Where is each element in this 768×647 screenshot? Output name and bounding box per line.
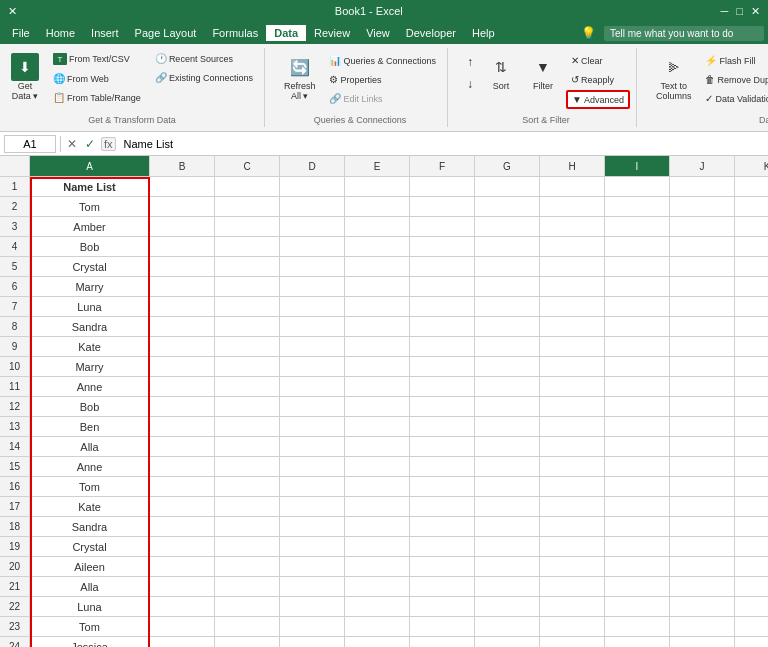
row-header-2[interactable]: 2 [0,197,30,217]
list-item[interactable] [670,437,735,457]
formula-cancel-icon[interactable]: ✕ [65,137,79,151]
list-item[interactable] [280,417,345,437]
list-item[interactable]: Luna [30,297,150,317]
list-item[interactable] [215,557,280,577]
list-item[interactable] [280,377,345,397]
list-item[interactable] [410,357,475,377]
clear-button[interactable]: ✕ Clear [566,52,630,69]
minimize-btn[interactable]: ─ [721,5,729,18]
list-item[interactable] [215,477,280,497]
list-item[interactable] [280,437,345,457]
list-item[interactable] [215,417,280,437]
list-item[interactable] [410,497,475,517]
list-item[interactable] [280,277,345,297]
row-header-23[interactable]: 23 [0,617,30,637]
list-item[interactable] [605,617,670,637]
list-item[interactable] [410,377,475,397]
list-item[interactable] [150,377,215,397]
list-item[interactable] [475,177,540,197]
list-item[interactable]: Alla [30,437,150,457]
list-item[interactable] [475,377,540,397]
list-item[interactable] [280,517,345,537]
list-item[interactable] [475,197,540,217]
col-header-e[interactable]: E [345,156,410,176]
list-item[interactable] [345,517,410,537]
list-item[interactable]: Tom [30,197,150,217]
list-item[interactable] [670,477,735,497]
list-item[interactable] [670,517,735,537]
list-item[interactable] [475,297,540,317]
row-header-21[interactable]: 21 [0,577,30,597]
list-item[interactable] [410,537,475,557]
list-item[interactable] [280,297,345,317]
list-item[interactable] [735,177,768,197]
refresh-all-button[interactable]: 🔄 RefreshAll ▾ [279,50,321,104]
list-item[interactable] [475,317,540,337]
row-header-10[interactable]: 10 [0,357,30,377]
list-item[interactable] [670,577,735,597]
list-item[interactable]: Amber [30,217,150,237]
row-header-11[interactable]: 11 [0,377,30,397]
list-item[interactable] [345,277,410,297]
list-item[interactable] [410,597,475,617]
from-web-button[interactable]: 🌐 From Web [48,70,146,87]
list-item[interactable] [670,337,735,357]
row-header-20[interactable]: 20 [0,557,30,577]
filter-button[interactable]: ▼ Filter [524,50,562,94]
list-item[interactable] [345,497,410,517]
list-item[interactable]: Anne [30,377,150,397]
list-item[interactable] [540,337,605,357]
recent-sources-button[interactable]: 🕐 Recent Sources [150,50,258,67]
list-item[interactable] [540,377,605,397]
list-item[interactable] [150,637,215,647]
list-item[interactable] [475,217,540,237]
list-item[interactable] [215,637,280,647]
list-item[interactable] [540,297,605,317]
list-item[interactable] [410,617,475,637]
list-item[interactable] [150,417,215,437]
list-item[interactable]: Ben [30,417,150,437]
list-item[interactable] [735,277,768,297]
menu-data[interactable]: Data [266,25,306,41]
col-header-h[interactable]: H [540,156,605,176]
list-item[interactable] [410,577,475,597]
list-item[interactable] [345,637,410,647]
list-item[interactable] [280,397,345,417]
data-validation-button[interactable]: ✓ Data Validation ▾ [700,90,768,107]
list-item[interactable] [280,237,345,257]
list-item[interactable] [410,317,475,337]
list-item[interactable] [410,437,475,457]
row-header-18[interactable]: 18 [0,517,30,537]
list-item[interactable] [670,237,735,257]
cell-reference-input[interactable] [4,135,56,153]
list-item[interactable] [735,577,768,597]
list-item[interactable] [345,617,410,637]
maximize-btn[interactable]: □ [736,5,743,18]
row-header-16[interactable]: 16 [0,477,30,497]
list-item[interactable] [150,537,215,557]
list-item[interactable]: Marry [30,277,150,297]
row-header-6[interactable]: 6 [0,277,30,297]
list-item[interactable] [410,517,475,537]
list-item[interactable] [280,617,345,637]
list-item[interactable] [345,457,410,477]
list-item[interactable] [280,597,345,617]
list-item[interactable] [280,257,345,277]
list-item[interactable] [150,577,215,597]
list-item[interactable] [670,537,735,557]
list-item[interactable] [215,497,280,517]
list-item[interactable] [735,337,768,357]
list-item[interactable] [605,437,670,457]
list-item[interactable] [150,517,215,537]
list-item[interactable] [670,197,735,217]
row-header-14[interactable]: 14 [0,437,30,457]
list-item[interactable]: Anne [30,457,150,477]
list-item[interactable] [410,297,475,317]
menu-page-layout[interactable]: Page Layout [127,25,205,41]
list-item[interactable] [475,357,540,377]
advanced-button[interactable]: ▼ Advanced [566,90,630,109]
list-item[interactable] [605,357,670,377]
list-item[interactable] [410,177,475,197]
list-item[interactable] [670,317,735,337]
list-item[interactable] [605,257,670,277]
